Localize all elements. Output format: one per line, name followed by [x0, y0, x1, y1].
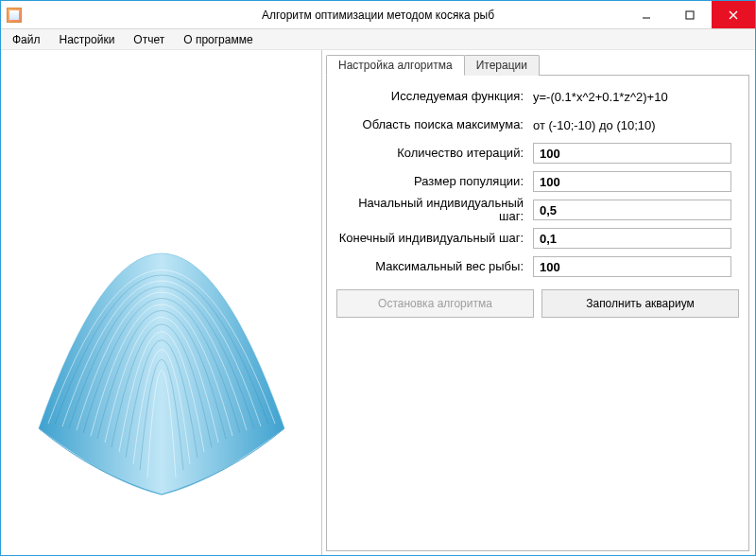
row-iterations: Количество итераций:	[336, 140, 739, 166]
fill-aquarium-button[interactable]: Заполнить аквариум	[541, 289, 739, 318]
label-function: Исследуемая функция:	[336, 90, 533, 103]
maximize-button[interactable]	[668, 1, 712, 28]
label-final-step: Конечный индивидуальный шаг:	[336, 232, 533, 245]
plot-pane	[1, 50, 322, 555]
content-area: Настройка алгоритма Итерации Исследуемая…	[1, 50, 755, 555]
tab-algorithm-settings[interactable]: Настройка алгоритма	[326, 55, 465, 76]
label-initial-step: Начальный индивидуальный шаг:	[336, 197, 533, 222]
minimize-button[interactable]	[625, 1, 668, 28]
input-initial-step[interactable]	[533, 200, 731, 220]
menubar: Файл Настройки Отчет О программе	[1, 29, 755, 50]
row-region: Область поиска максимума: от (-10;-10) д…	[336, 112, 739, 138]
surface-plot	[10, 173, 313, 504]
label-max-weight: Максимальный вес рыбы:	[336, 260, 533, 273]
stop-button: Остановка алгоритма	[336, 289, 534, 318]
input-population[interactable]	[533, 171, 731, 192]
value-function: y=-(0.1*x^2+0.1*z^2)+10	[533, 90, 739, 104]
row-maxweight: Максимальный вес рыбы:	[336, 253, 739, 280]
window-controls	[625, 1, 755, 28]
titlebar: Алгоритм оптимизации методом косяка рыб	[1, 1, 755, 29]
value-region: от (-10;-10) до (10;10)	[533, 118, 739, 132]
app-icon	[7, 8, 22, 23]
menu-settings[interactable]: Настройки	[50, 31, 125, 48]
close-button[interactable]	[712, 1, 755, 28]
tab-body: Исследуемая функция: y=-(0.1*x^2+0.1*z^2…	[326, 75, 749, 551]
row-finalstep: Конечный индивидуальный шаг:	[336, 225, 739, 252]
menu-file[interactable]: Файл	[3, 31, 50, 48]
label-region: Область поиска максимума:	[336, 118, 533, 131]
menu-report[interactable]: Отчет	[124, 31, 174, 48]
input-iterations[interactable]	[533, 143, 731, 164]
tab-iterations[interactable]: Итерации	[464, 55, 540, 76]
input-max-weight[interactable]	[533, 256, 731, 277]
tabs-pane: Настройка алгоритма Итерации Исследуемая…	[322, 50, 755, 555]
row-population: Размер популяции:	[336, 168, 739, 195]
tab-strip: Настройка алгоритма Итерации	[326, 55, 749, 76]
input-final-step[interactable]	[533, 228, 731, 249]
row-initstep: Начальный индивидуальный шаг:	[336, 197, 739, 223]
label-iterations: Количество итераций:	[336, 147, 533, 160]
menu-about[interactable]: О программе	[174, 31, 262, 48]
svg-rect-1	[686, 11, 694, 19]
row-function: Исследуемая функция: y=-(0.1*x^2+0.1*z^2…	[336, 83, 739, 110]
button-row: Остановка алгоритма Заполнить аквариум	[336, 289, 739, 318]
label-population: Размер популяции:	[336, 175, 533, 188]
